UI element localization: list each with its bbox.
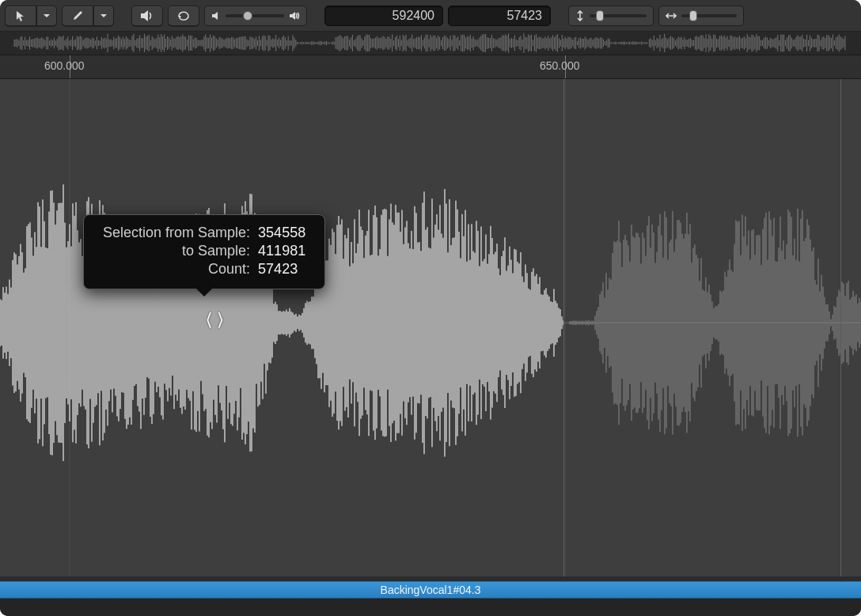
pointer-tool-group — [5, 6, 57, 26]
speaker-low-icon — [211, 11, 221, 21]
vertical-zoom[interactable] — [568, 6, 654, 26]
bottom-strip — [0, 599, 861, 616]
vzoom-track[interactable] — [590, 14, 647, 17]
pointer-tool-button[interactable] — [5, 6, 36, 26]
pencil-tool-group — [62, 6, 114, 26]
volume-thumb[interactable] — [243, 11, 252, 21]
chevron-down-icon — [100, 12, 108, 20]
waveform-display[interactable] — [0, 79, 861, 576]
pointer-icon — [15, 10, 26, 21]
pencil-tool-button[interactable] — [62, 6, 93, 26]
overview-waveform — [0, 32, 861, 55]
ruler-label: 650.000 — [540, 59, 580, 72]
audio-editor-window: 592400 57423 600.000650.000 Selection fr… — [0, 0, 861, 616]
cycle-icon — [176, 10, 191, 21]
selection-tooltip: Selection from Sample: 354558 to Sample:… — [83, 214, 325, 289]
tooltip-value: 354558 — [255, 225, 309, 241]
position-readout[interactable]: 592400 — [324, 6, 443, 26]
length-readout[interactable]: 57423 — [448, 6, 551, 26]
region-name-label: BackingVocal1#04.3 — [381, 584, 481, 596]
horizontal-zoom-icon — [666, 11, 677, 21]
horizontal-zoom[interactable] — [658, 6, 744, 26]
tooltip-label: Selection from Sample: — [100, 225, 253, 241]
vzoom-thumb[interactable] — [596, 10, 604, 21]
region-boundary[interactable] — [563, 79, 564, 576]
volume-track[interactable] — [226, 14, 284, 17]
resize-cursor-icon: ❬ ❭ — [204, 309, 224, 328]
volume-slider[interactable] — [204, 6, 307, 26]
pointer-tool-dropdown[interactable] — [36, 6, 57, 26]
region-name-bar[interactable]: BackingVocal1#04.3 — [0, 581, 861, 599]
time-ruler[interactable]: 600.000650.000 — [0, 55, 861, 79]
pencil-icon — [72, 10, 83, 21]
speaker-high-icon — [289, 11, 300, 21]
hzoom-track[interactable] — [681, 14, 737, 17]
ruler-label: 600.000 — [44, 59, 85, 72]
hzoom-thumb[interactable] — [689, 10, 697, 21]
tooltip-value: 411981 — [255, 243, 309, 259]
speaker-icon — [140, 10, 154, 21]
tooltip-value: 57423 — [255, 261, 309, 278]
preview-audio-button[interactable] — [131, 6, 163, 26]
cycle-button[interactable] — [168, 6, 199, 26]
tooltip-label: to Sample: — [100, 243, 253, 259]
region-boundary[interactable] — [840, 79, 841, 576]
main-waveform — [0, 79, 861, 576]
pencil-tool-dropdown[interactable] — [93, 6, 114, 26]
chevron-down-icon — [43, 12, 51, 20]
toolbar: 592400 57423 — [0, 0, 861, 32]
vertical-zoom-icon — [575, 10, 585, 21]
overview-lane[interactable] — [0, 32, 861, 55]
tooltip-label: Count: — [100, 261, 253, 278]
